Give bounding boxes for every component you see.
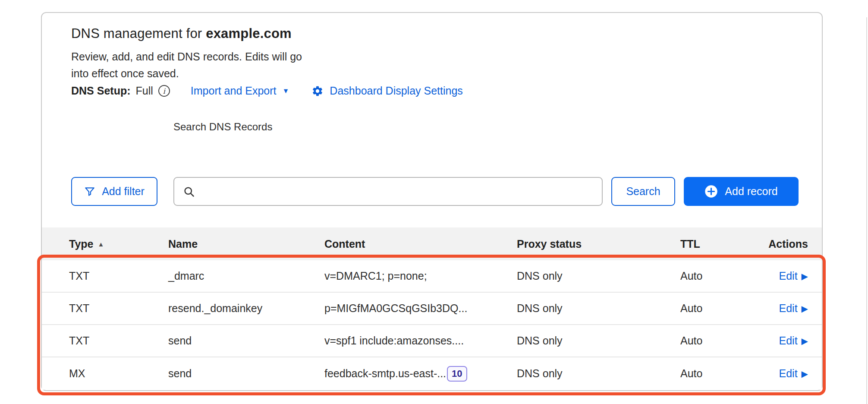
search-button[interactable]: Search xyxy=(611,177,675,206)
dns-management-card: DNS management for example.com Review, a… xyxy=(41,12,823,391)
edit-record-button[interactable]: Edit▶ xyxy=(779,367,808,380)
mx-priority-badge: 10 xyxy=(447,366,467,382)
cell-ttl: Auto xyxy=(680,367,762,380)
cell-ttl: Auto xyxy=(680,335,762,347)
cell-type: TXT xyxy=(69,270,168,282)
column-header-ttl[interactable]: TTL xyxy=(680,238,762,250)
cell-type: MX xyxy=(69,367,168,380)
cell-name: send xyxy=(168,367,324,380)
table-header-row: Type ▲ Name Content Proxy status TTL Act… xyxy=(42,227,822,260)
cell-type: TXT xyxy=(69,335,168,347)
cell-proxy-status: DNS only xyxy=(517,302,680,315)
cell-content: p=MIGfMA0GCSqGSIb3DQ... xyxy=(324,302,517,315)
cell-content: v=DMARC1; p=none; xyxy=(324,270,517,282)
add-record-label: Add record xyxy=(725,185,777,198)
import-export-label: Import and Export xyxy=(191,85,277,97)
domain-name: example.com xyxy=(206,26,292,41)
gear-icon xyxy=(311,85,324,97)
cell-proxy-status: DNS only xyxy=(517,335,680,347)
sort-ascending-icon: ▲ xyxy=(98,240,104,248)
dashboard-display-settings-link[interactable]: Dashboard Display Settings xyxy=(311,85,463,97)
cell-proxy-status: DNS only xyxy=(517,270,680,282)
cell-name: send xyxy=(168,335,324,347)
scrollbar[interactable] xyxy=(866,17,867,404)
page-subtitle: Review, add, and edit DNS records. Edits… xyxy=(71,48,306,82)
page-title-prefix: DNS management for xyxy=(71,26,206,41)
cell-content: feedback-smtp.us-east-... 10 xyxy=(324,366,517,382)
chevron-down-icon: ▼ xyxy=(283,87,289,95)
chevron-right-icon: ▶ xyxy=(802,271,808,281)
cell-proxy-status: DNS only xyxy=(517,367,680,380)
table-row[interactable]: TXT _dmarc v=DMARC1; p=none; DNS only Au… xyxy=(42,260,822,293)
add-filter-button[interactable]: Add filter xyxy=(71,177,157,206)
edit-record-button[interactable]: Edit▶ xyxy=(779,302,808,315)
cell-content: v=spf1 include:amazonses.... xyxy=(324,335,517,347)
cell-ttl: Auto xyxy=(680,302,762,315)
dns-records-table: Type ▲ Name Content Proxy status TTL Act… xyxy=(42,227,822,390)
search-icon xyxy=(183,186,195,198)
cell-name: resend._domainkey xyxy=(168,302,324,315)
column-header-name[interactable]: Name xyxy=(168,238,324,250)
column-header-actions: Actions xyxy=(768,238,808,250)
cell-name: _dmarc xyxy=(168,270,324,282)
table-row[interactable]: MX send feedback-smtp.us-east-... 10 DNS… xyxy=(42,357,822,390)
edit-record-button[interactable]: Edit▶ xyxy=(779,270,808,282)
dns-setup-row: DNS Setup: Full i Import and Export ▼ Da… xyxy=(71,85,463,97)
dns-setup-label: DNS Setup: xyxy=(71,85,131,97)
dashboard-display-settings-label: Dashboard Display Settings xyxy=(330,85,463,97)
import-export-link[interactable]: Import and Export ▼ xyxy=(191,85,289,97)
table-row[interactable]: TXT send v=spf1 include:amazonses.... DN… xyxy=(42,325,822,357)
search-input[interactable] xyxy=(195,178,602,205)
info-icon[interactable]: i xyxy=(158,85,170,97)
add-filter-label: Add filter xyxy=(102,185,145,198)
column-header-proxy-status[interactable]: Proxy status xyxy=(517,238,680,250)
chevron-right-icon: ▶ xyxy=(802,369,808,379)
add-record-button[interactable]: Add record xyxy=(684,177,799,206)
column-header-type[interactable]: Type ▲ xyxy=(69,238,168,250)
edit-record-button[interactable]: Edit▶ xyxy=(779,335,808,347)
dns-setup-value: Full xyxy=(136,85,153,97)
chevron-right-icon: ▶ xyxy=(802,303,808,314)
cell-ttl: Auto xyxy=(680,270,762,282)
filter-funnel-icon xyxy=(84,186,95,197)
chevron-right-icon: ▶ xyxy=(802,336,808,346)
table-row[interactable]: TXT resend._domainkey p=MIGfMA0GCSqGSIb3… xyxy=(42,293,822,325)
page-title: DNS management for example.com xyxy=(71,26,292,41)
search-box xyxy=(173,177,603,206)
search-label: Search DNS Records xyxy=(173,121,272,133)
column-header-content[interactable]: Content xyxy=(324,238,517,250)
cell-type: TXT xyxy=(69,302,168,315)
plus-circle-icon xyxy=(704,185,718,198)
